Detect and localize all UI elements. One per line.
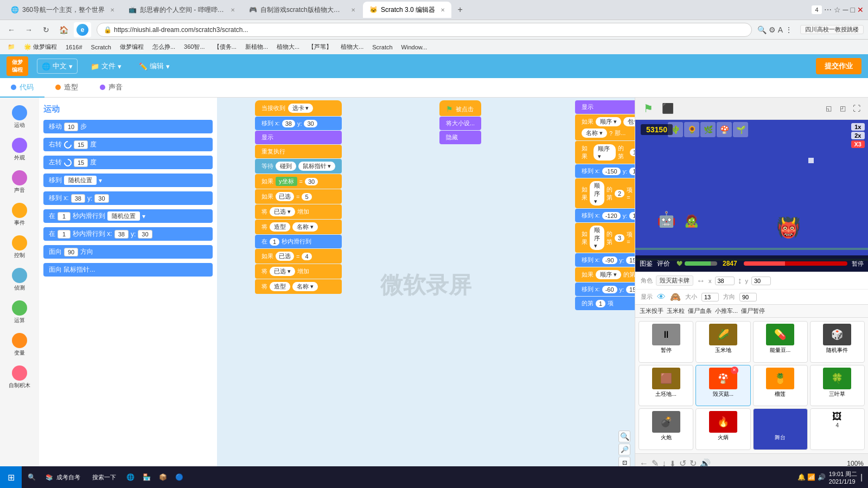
block-moveto-150[interactable]: 移到 x: -150 y: 154 — [575, 164, 635, 178]
block-set-costume[interactable]: 将 造型 名称 ▾ — [255, 220, 342, 234]
plant-4[interactable]: 🍄 — [717, 122, 732, 137]
costume2-name-dd[interactable]: 名称 ▾ — [292, 282, 318, 291]
hide-eye-btn[interactable]: 🙈 — [670, 292, 681, 302]
sel4-val[interactable]: 4 — [302, 253, 311, 260]
block-set-costume2[interactable]: 将 造型 名称 ▾ — [255, 279, 342, 294]
taskbar-chrome[interactable]: 🔵 — [171, 467, 187, 487]
close-btn[interactable]: ✕ — [857, 5, 864, 14]
taskbar-apps[interactable]: 📦 — [155, 467, 170, 487]
category-sound[interactable]: 声音 — [2, 167, 37, 197]
settings-btn[interactable]: ⚙ — [769, 25, 776, 34]
taskbar-ie[interactable]: 🌐 — [123, 467, 138, 487]
zoom-out-btn[interactable]: 🔎 — [618, 444, 630, 455]
add-selected-dd[interactable]: 已选 ▾ — [270, 207, 295, 216]
left-turn-input[interactable]: 15 — [74, 158, 88, 167]
sprite-mudfield[interactable]: 🟫 土坯地... — [639, 365, 693, 407]
bookmark-windows[interactable]: Window... — [398, 43, 431, 52]
wait-cond[interactable]: 碰到 — [276, 162, 296, 171]
stage-tile[interactable]: 舞台 — [753, 408, 808, 450]
sprite-domoshroom[interactable]: 🍄 ✕ 毁灭菇... — [695, 365, 750, 407]
sprite-y-input[interactable] — [751, 277, 771, 285]
order1-n[interactable]: 1 — [630, 149, 635, 156]
bookmark-scratch-bm[interactable]: Scratch — [88, 43, 114, 52]
tab-sound[interactable]: 声音 — [89, 78, 133, 98]
add-sel2-dd[interactable]: 已选 ▾ — [270, 267, 295, 276]
minimize-btn[interactable]: ─ — [843, 5, 848, 14]
receive-dropdown[interactable]: 选卡 ▾ — [288, 104, 313, 113]
order2-dd[interactable]: 顺序 ▾ — [590, 181, 604, 206]
sprite-pause[interactable]: ⏸ 暂停 — [639, 321, 693, 363]
tab-1[interactable]: 🌐 360导航一个主页，整个世界 ✕ — [4, 2, 121, 18]
taskbar-show-desktop[interactable]: | — [860, 473, 863, 481]
file-menu[interactable]: 📁 文件 ▾ — [86, 59, 126, 73]
x-val[interactable]: 38 — [282, 120, 295, 127]
search-btn[interactable]: 🔍 — [757, 25, 767, 34]
y-val[interactable]: 30 — [304, 120, 317, 127]
bookmark-home[interactable]: 📁 — [4, 42, 18, 52]
sprite-cornfield[interactable]: 🌽 玉米地 — [695, 321, 750, 363]
name-dd[interactable]: 名称 ▾ — [582, 129, 607, 138]
bookmark-debt[interactable]: 【债务... — [210, 42, 240, 52]
order4-dd[interactable]: 顺序 ▾ — [596, 270, 621, 279]
menu-btn[interactable]: ⋮ — [785, 25, 793, 34]
sprite-firebomb[interactable]: 🔥 火炳 — [695, 408, 750, 450]
block-wait-until[interactable]: 等待 碰到 鼠标指针 ▾ — [255, 159, 342, 174]
block-moveto-38-30[interactable]: 移到 x: 38 y: 30 — [255, 117, 342, 130]
block-glide-random[interactable]: 在 1 秒内滑行到 随机位置 ▾ — [43, 209, 213, 223]
sprite-dir-input[interactable] — [739, 293, 757, 301]
block-add-selected[interactable]: 将 已选 ▾ 增加 — [255, 204, 342, 219]
block-if-order-2[interactable]: 如果 顺序 ▾ 的第 2 项 = 造型 名... — [575, 178, 635, 208]
bookmark-daomeng2[interactable]: 做梦编程 — [117, 42, 147, 52]
face-dir-input[interactable]: 90 — [64, 248, 78, 256]
block-face-dir[interactable]: 面向 90 方向 — [43, 245, 213, 259]
more-tabs-btn[interactable]: ⋯ — [824, 5, 832, 14]
block-moveto-60[interactable]: 移到 x: -60 y: 154 — [575, 282, 635, 296]
fullscreen-btn[interactable]: ⛶ — [851, 102, 863, 114]
block-left-turn[interactable]: 左转 15 度 — [43, 156, 213, 169]
block-add-sel2[interactable]: 将 已选 ▾ 增加 — [255, 264, 342, 279]
y-154c[interactable]: 154 — [626, 256, 635, 264]
address-bar[interactable]: 🔒 https://niushi.all-dream.com/scratch3/… — [97, 23, 752, 37]
block-set-size[interactable]: 将大小设... — [439, 117, 481, 130]
x-150[interactable]: -150 — [602, 168, 621, 175]
bookmark-btn[interactable]: ☆ — [834, 5, 841, 14]
block-moveto-120[interactable]: 移到 x: -120 y: 154 — [575, 209, 635, 222]
block-goto[interactable]: 移到 随机位置 ▾ — [43, 174, 213, 187]
refresh-btn[interactable]: ↻ — [39, 23, 53, 37]
taskbar-search-btn[interactable]: 🔍 — [24, 467, 39, 487]
block-flag-clicked[interactable]: ⚑ 被点击 — [439, 100, 481, 116]
submit-button[interactable]: 提交作业 — [816, 58, 861, 74]
goto-y-input[interactable]: 30 — [94, 194, 108, 203]
bookmark-reed[interactable]: 【芦苇】 — [305, 42, 335, 52]
costume-name-dd[interactable]: 名称 ▾ — [292, 222, 318, 232]
forward-btn[interactable]: → — [22, 23, 36, 37]
stop-btn[interactable]: ⬛ — [660, 101, 675, 116]
move-steps-input[interactable]: 10 — [64, 123, 78, 131]
script-area[interactable]: 微软录屏 当接收到 选卡 ▾ 移到 x: 38 y: 30 显示 重复执行 等待… — [217, 98, 635, 473]
y-val-30[interactable]: 30 — [305, 178, 318, 185]
y-154[interactable]: 154 — [629, 168, 635, 175]
small-stage-btn[interactable]: ◱ — [822, 102, 834, 114]
sprite-x-input[interactable] — [715, 277, 735, 285]
bookmark-1616[interactable]: 1616# — [62, 43, 86, 52]
block-order-item-1[interactable]: 的第 1 项 — [575, 297, 635, 310]
show-eye-btn[interactable]: 👁 — [657, 292, 666, 302]
new-tab-button[interactable]: + — [452, 2, 468, 17]
review-btn[interactable]: 评价 — [657, 259, 670, 268]
block-move[interactable]: 移动 10 步 — [43, 120, 213, 133]
order2-n[interactable]: 2 — [615, 190, 624, 197]
bookmark-howto[interactable]: 怎么挣... — [149, 42, 178, 52]
goto-dropdown[interactable]: 随机位置 — [64, 176, 97, 185]
glide-x-input[interactable]: 38 — [114, 230, 129, 239]
order3-n[interactable]: 3 — [615, 234, 624, 242]
order3-dd[interactable]: 顺序 ▾ — [590, 226, 604, 250]
glide-1s[interactable]: 1 — [270, 238, 279, 246]
block-show-r[interactable]: 显示 — [575, 100, 635, 114]
tab-close-4[interactable]: ✕ — [441, 7, 445, 13]
bookmark-plant3[interactable]: 植物大... — [337, 42, 367, 52]
block-hide[interactable]: 隐藏 — [439, 131, 481, 144]
glide-dest-dropdown[interactable]: 随机位置 — [107, 211, 140, 221]
taskbar-item-exam[interactable]: 📚 成考自考 — [40, 467, 86, 487]
y-154b[interactable]: 154 — [629, 212, 635, 220]
green-flag-btn[interactable]: ⚑ — [641, 101, 656, 116]
